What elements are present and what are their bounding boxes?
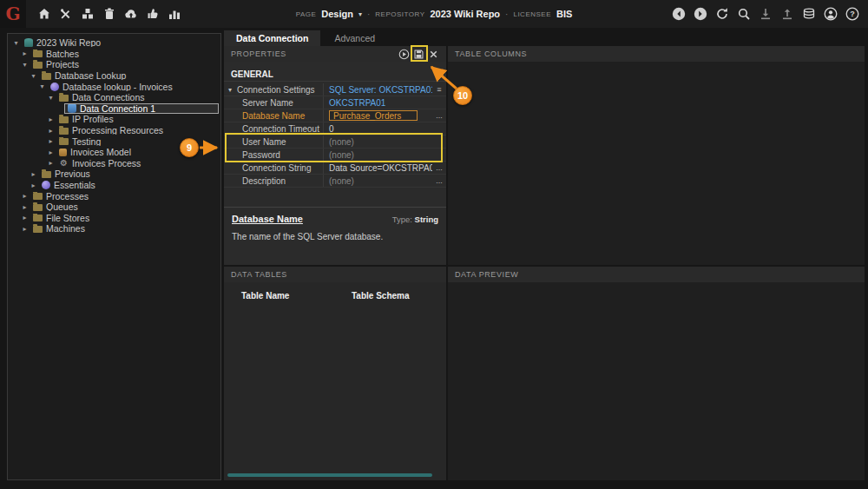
expand-arrow-icon[interactable]: ▸	[20, 192, 30, 200]
table-columns-title: TABLE COLUMNS	[455, 50, 527, 58]
tree-item-invoices-process[interactable]: ▸Invoices Process	[8, 158, 220, 169]
expand-arrow-icon[interactable]: ▸	[46, 137, 56, 145]
save-icon[interactable]	[413, 49, 424, 60]
layers-icon[interactable]	[802, 7, 816, 21]
collapse-arrow-icon[interactable]: ▾	[228, 86, 237, 94]
tree-item-data-connections[interactable]: ▾Data Connections	[8, 92, 220, 103]
page-selector[interactable]: Design	[321, 9, 353, 19]
trash-icon[interactable]	[102, 7, 116, 21]
tree-item-file-stores[interactable]: ▸File Stores	[8, 213, 220, 224]
tree-item-body: Data Connections	[56, 92, 219, 102]
nav-back-icon[interactable]	[672, 7, 686, 21]
grooper-logo[interactable]: G	[0, 0, 26, 28]
nav-forward-icon[interactable]	[694, 7, 707, 21]
property-label: User Name	[224, 137, 323, 147]
close-icon[interactable]	[428, 49, 439, 60]
collapse-arrow-icon[interactable]: ▾	[37, 83, 47, 90]
tree-item-body: 2023 Wiki Repo	[21, 37, 219, 48]
property-value[interactable]: Data Source=OKCSTRPA01...	[323, 162, 432, 174]
help-icon[interactable]: ?	[845, 7, 859, 21]
search-icon[interactable]	[737, 7, 751, 21]
bar-chart-icon[interactable]	[168, 7, 181, 21]
expand-arrow-icon[interactable]: ▸	[20, 225, 30, 233]
download-icon[interactable]	[759, 7, 773, 21]
property-value-editor[interactable]: Purchase_Orders	[329, 110, 418, 121]
expand-arrow-icon[interactable]: ▸	[46, 159, 56, 167]
refresh-icon[interactable]	[715, 7, 729, 21]
ellipsis-button[interactable]: ...	[432, 176, 446, 185]
tree-item-queues[interactable]: ▸Queues	[8, 202, 220, 213]
tree-item-projects[interactable]: ▾Projects	[8, 59, 220, 70]
tab-advanced[interactable]: Advanced	[322, 30, 387, 46]
tree-item-database-lookup-invoices[interactable]: ▾Database lookup - Invoices	[8, 81, 220, 92]
column-header-table-name[interactable]: Table Name	[241, 291, 352, 301]
tree-item-processing-resources[interactable]: ▸Processing Resources	[8, 125, 220, 136]
collapse-arrow-icon[interactable]: ▾	[20, 61, 30, 69]
tools-icon[interactable]	[59, 7, 73, 21]
ellipsis-button[interactable]: ...	[432, 111, 446, 120]
expand-arrow-icon[interactable]: ▸	[46, 149, 56, 156]
property-value[interactable]: (none)	[323, 175, 432, 187]
property-value[interactable]: (none)	[323, 149, 432, 161]
tree-item-label: Invoices Process	[72, 158, 141, 169]
horizontal-scrollbar[interactable]	[227, 473, 432, 477]
data-preview-panel: DATA PREVIEW	[448, 267, 865, 480]
tree-item-ip-profiles[interactable]: ▸IP Profiles	[8, 114, 220, 125]
tree-item-essentials[interactable]: ▸Essentials	[8, 180, 220, 191]
run-icon[interactable]	[398, 49, 410, 60]
user-icon[interactable]	[824, 7, 838, 21]
tree-item-processes[interactable]: ▸Processes	[8, 190, 220, 202]
thumbs-up-icon[interactable]	[146, 7, 160, 21]
collapse-arrow-icon[interactable]: ▾	[46, 94, 56, 102]
separator-dot: ·	[367, 10, 370, 19]
tab-data-connection[interactable]: Data Connection	[224, 30, 320, 46]
model-icon	[59, 149, 67, 156]
property-value[interactable]: SQL Server: OKCSTRPA01-...	[323, 83, 432, 96]
menu-icon[interactable]: ≡	[432, 85, 446, 94]
property-value[interactable]: 0	[323, 122, 432, 135]
folder-icon	[59, 128, 69, 135]
tree-item-batches[interactable]: ▸Batches	[8, 49, 220, 60]
chevron-down-icon[interactable]: ▾	[358, 10, 362, 18]
tree-item-label: File Stores	[46, 213, 89, 223]
expand-arrow-icon[interactable]: ▸	[20, 214, 30, 221]
column-header-table-schema[interactable]: Table Schema	[352, 291, 410, 301]
expand-arrow-icon[interactable]: ▸	[20, 203, 30, 211]
folder-icon	[59, 95, 69, 102]
expand-arrow-icon[interactable]: ▸	[29, 170, 38, 178]
expand-arrow-icon[interactable]: ▸	[20, 50, 30, 57]
tree-item-body: Database Lookup	[38, 70, 219, 81]
property-type-value: String	[415, 215, 438, 224]
property-value[interactable]: OKCSTRPA01	[323, 96, 432, 109]
properties-title: PROPERTIES	[231, 50, 286, 58]
expand-arrow-icon[interactable]: ▸	[46, 116, 56, 123]
property-row-password: Password(none)	[224, 149, 446, 162]
tree-item-label: Projects	[46, 59, 79, 69]
collapse-section-icon[interactable]: ▾	[435, 70, 439, 79]
tree-item-body: Essentials	[38, 180, 219, 190]
tree-item-machines[interactable]: ▸Machines	[8, 223, 220, 235]
property-value[interactable]: (none)	[323, 135, 432, 148]
tree-item-data-connection-1[interactable]: Data Connection 1	[8, 103, 220, 115]
tree-item-previous[interactable]: ▸Previous	[8, 169, 220, 180]
tree-item-label: Batches	[46, 49, 79, 59]
orb-icon	[50, 83, 59, 91]
home-icon[interactable]	[37, 7, 51, 21]
collapse-arrow-icon[interactable]: ▾	[29, 72, 38, 80]
collapse-arrow-icon[interactable]: ▾	[11, 39, 21, 47]
tree-item-database-lookup[interactable]: ▾Database Lookup	[8, 70, 220, 82]
upload-icon[interactable]	[780, 7, 794, 21]
property-label: ▾Connection Settings	[224, 85, 323, 95]
folder-icon	[33, 204, 43, 211]
expand-arrow-icon[interactable]: ▸	[29, 182, 38, 189]
properties-grid: ▾Connection SettingsSQL Server: OKCSTRPA…	[224, 83, 446, 188]
cloud-upload-icon[interactable]	[124, 7, 138, 21]
data-tables-title: DATA TABLES	[231, 270, 287, 279]
tree-item-2023-wiki-repo[interactable]: ▾2023 Wiki Repo	[8, 37, 220, 49]
expand-arrow-icon[interactable]: ▸	[46, 127, 56, 135]
tree-item-body: Invoices Process	[56, 158, 219, 169]
ellipsis-button[interactable]: ...	[432, 163, 446, 172]
batches-icon[interactable]	[81, 7, 95, 21]
property-value[interactable]: Purchase_Orders	[323, 109, 432, 122]
table-columns-panel: TABLE COLUMNS	[448, 46, 865, 265]
